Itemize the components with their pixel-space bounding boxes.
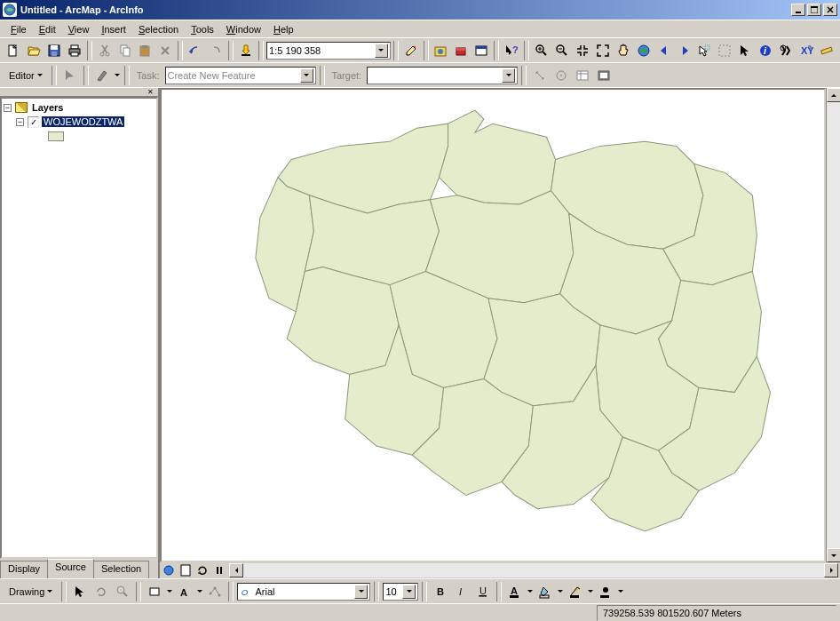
font-size-select[interactable]: 10 — [383, 583, 418, 601]
underline-button[interactable]: U — [473, 582, 493, 601]
minimize-button[interactable] — [791, 4, 805, 16]
toc-tree[interactable]: − Layers − WOJEWODZTWA — [0, 97, 158, 559]
scroll-up-button[interactable] — [827, 88, 840, 102]
editor-toolbar-button[interactable] — [401, 41, 421, 60]
select-features-button[interactable] — [695, 41, 715, 60]
attributes-button[interactable] — [573, 66, 592, 85]
line-color-dropdown[interactable] — [587, 590, 594, 593]
menu-tools[interactable]: Tools — [186, 22, 219, 36]
bold-button[interactable]: B — [431, 582, 450, 601]
sketch-dropdown[interactable] — [114, 74, 121, 76]
tree-toggle-root[interactable]: − — [4, 104, 12, 112]
close-button[interactable] — [823, 4, 837, 16]
refresh-button[interactable] — [195, 563, 210, 577]
fill-color-button[interactable] — [535, 582, 555, 601]
drawing-menu-button[interactable]: Drawing — [4, 585, 58, 599]
scroll-left-button[interactable] — [229, 563, 243, 577]
menu-insert[interactable]: Insert — [96, 22, 131, 36]
horizontal-scrollbar[interactable] — [229, 563, 838, 577]
scale-input[interactable]: 1:5 190 358 — [266, 42, 391, 60]
scroll-right-button[interactable] — [824, 563, 838, 577]
arccatalog-button[interactable] — [432, 41, 451, 60]
editor-menu-button[interactable]: Editor — [4, 68, 48, 83]
new-rectangle-button[interactable] — [145, 582, 164, 601]
new-button[interactable] — [4, 41, 23, 60]
zoom-out-button[interactable] — [552, 41, 572, 60]
toc-tab-source[interactable]: Source — [47, 559, 94, 578]
menu-window[interactable]: Window — [221, 22, 266, 36]
target-select[interactable] — [367, 67, 518, 84]
vertical-scrollbar[interactable] — [826, 88, 840, 562]
layer-name-label[interactable]: WOJEWODZTWA — [42, 116, 124, 127]
tree-root-row[interactable]: − Layers — [4, 100, 155, 115]
layer-symbol-swatch[interactable] — [48, 131, 64, 141]
rotate-tool-button[interactable] — [551, 66, 571, 85]
zoom-to-selected-button[interactable] — [113, 582, 132, 601]
pause-button[interactable] — [212, 563, 226, 577]
next-extent-button[interactable] — [675, 41, 694, 60]
pan-button[interactable] — [614, 41, 633, 60]
edit-tool-button[interactable] — [60, 66, 80, 85]
add-data-button[interactable] — [236, 41, 256, 60]
copy-button[interactable] — [115, 41, 135, 60]
select-elements-button[interactable] — [735, 41, 755, 60]
svg-rect-8 — [71, 45, 78, 49]
maximize-button[interactable] — [807, 4, 821, 16]
identify-button[interactable]: i — [756, 41, 775, 60]
fixed-zoom-out-button[interactable] — [593, 41, 613, 60]
sketch-properties-button[interactable] — [594, 66, 614, 85]
menu-view[interactable]: View — [63, 22, 95, 36]
clear-selection-button[interactable] — [715, 41, 734, 60]
print-button[interactable] — [65, 41, 84, 60]
tree-toggle-layer[interactable]: − — [16, 118, 24, 126]
rotate-button[interactable] — [91, 582, 111, 601]
task-select[interactable]: Create New Feature — [165, 67, 316, 84]
toc-tab-display[interactable]: Display — [0, 561, 48, 578]
tree-layer-row[interactable]: − WOJEWODZTWA — [4, 115, 155, 129]
undo-button[interactable] — [186, 41, 205, 60]
prev-extent-button[interactable] — [654, 41, 674, 60]
whats-this-button[interactable]: ? — [502, 41, 521, 60]
menu-selection[interactable]: Selection — [133, 22, 184, 36]
cut-button[interactable] — [95, 41, 115, 60]
italic-button[interactable]: I — [452, 582, 472, 601]
marker-color-button[interactable] — [596, 582, 615, 601]
redo-button[interactable] — [206, 41, 226, 60]
fixed-zoom-in-button[interactable] — [573, 41, 592, 60]
menu-file[interactable]: File — [5, 22, 32, 36]
shape-dropdown[interactable] — [166, 590, 173, 593]
font-select[interactable]: O Arial — [237, 583, 370, 601]
data-view-button[interactable] — [162, 563, 176, 577]
font-color-dropdown[interactable] — [527, 590, 534, 593]
marker-color-dropdown[interactable] — [617, 590, 624, 593]
full-extent-button[interactable] — [634, 41, 654, 60]
split-tool-button[interactable] — [530, 66, 550, 85]
map-canvas[interactable] — [160, 88, 826, 562]
find-button[interactable] — [776, 41, 796, 60]
toc-close-button[interactable]: ✕ — [147, 89, 156, 96]
menu-edit[interactable]: Edit — [34, 22, 61, 36]
open-button[interactable] — [24, 41, 44, 60]
menu-help[interactable]: Help — [268, 22, 299, 36]
save-button[interactable] — [44, 41, 64, 60]
zoom-in-button[interactable] — [532, 41, 551, 60]
arctoolbox-button[interactable] — [451, 41, 471, 60]
new-text-button[interactable]: A — [175, 582, 194, 601]
command-line-button[interactable] — [472, 41, 491, 60]
line-color-button[interactable] — [566, 582, 585, 601]
go-to-xy-button[interactable]: XY — [796, 41, 816, 60]
text-dropdown[interactable] — [196, 590, 203, 593]
fill-color-dropdown[interactable] — [557, 590, 564, 593]
select-elements-button-2[interactable] — [70, 582, 90, 601]
edit-vertices-button[interactable] — [205, 582, 225, 601]
scroll-down-button[interactable] — [827, 548, 840, 562]
sketch-tool-button[interactable] — [92, 66, 112, 85]
toc-tab-selection[interactable]: Selection — [93, 561, 149, 578]
font-color-button[interactable]: A — [505, 582, 525, 601]
measure-button[interactable] — [817, 41, 836, 60]
layout-view-button[interactable] — [178, 563, 193, 577]
layer-checkbox[interactable] — [28, 116, 39, 128]
tree-symbol-row[interactable] — [4, 129, 155, 143]
paste-button[interactable] — [136, 41, 155, 60]
delete-button[interactable] — [155, 41, 175, 60]
